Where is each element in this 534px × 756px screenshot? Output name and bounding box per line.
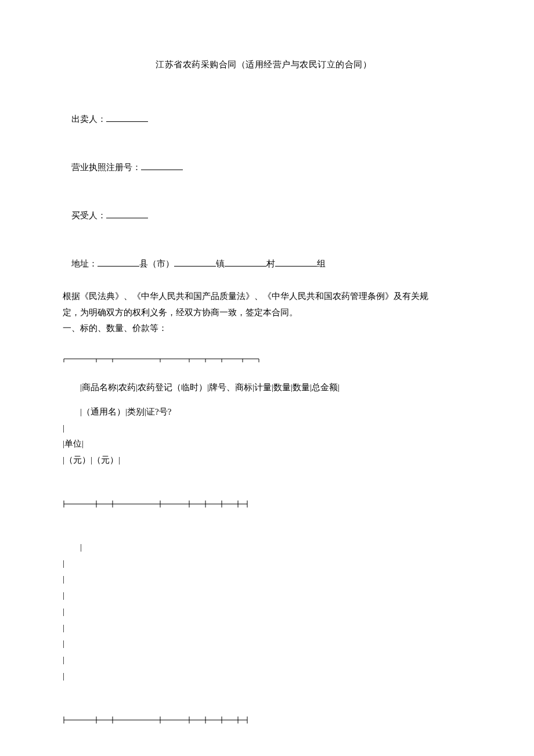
table-top-rule	[63, 337, 464, 380]
addr-blank-4	[275, 258, 317, 267]
seller-label: 出卖人：	[71, 114, 106, 124]
addr-blank-2	[174, 258, 216, 267]
village-suffix: 村	[266, 259, 275, 268]
group-suffix: 组	[317, 259, 326, 268]
license-blank	[141, 162, 183, 170]
license-label: 营业执照注册号：	[71, 163, 141, 172]
table-rule-1	[63, 483, 464, 525]
table-row: |	[63, 571, 464, 588]
addr-blank-3	[225, 258, 266, 267]
table-header-row-2b: |	[63, 420, 464, 437]
legal-line-1: 根据《民法典》、《中华人民共和国产品质量法》、《中华人民共和国农药管理条例》及有…	[63, 289, 464, 305]
buyer-line: 买受人：	[63, 192, 464, 240]
document-title: 江苏省农药采购合同（适用经营户与农民订立的合同）	[63, 57, 464, 73]
seller-line: 出卖人：	[63, 95, 464, 143]
town-suffix: 镇	[216, 259, 225, 268]
section-1-heading: 一、标的、数量、价款等：	[63, 321, 464, 337]
table-header-row-2d: |（元）|（元）|	[63, 452, 464, 469]
table-header-row-2c: |单位|	[63, 436, 464, 452]
buyer-blank	[106, 210, 148, 218]
address-label: 地址：	[71, 259, 98, 268]
table-row: |	[63, 652, 464, 668]
table-rule-2	[63, 699, 464, 741]
legal-line-2: 定，为明确双方的权利义务，经双方协商一致，签定本合同。	[63, 305, 464, 321]
table-row: |	[63, 588, 464, 604]
table-header-row-2a: |（通用名）|类别|证?号?	[63, 404, 464, 420]
table-row: |	[63, 556, 464, 572]
license-line: 营业执照注册号：	[63, 143, 464, 192]
table-row: |	[63, 668, 464, 685]
address-line: 地址：县（市）镇村组	[63, 240, 464, 289]
table-row: |	[63, 636, 464, 652]
seller-blank	[106, 113, 148, 121]
table-row: |	[63, 539, 464, 556]
table-header-row-1: |商品名称|农药|农药登记（临时）|牌号、商标|计量|数量|数量|总金额|	[63, 380, 464, 396]
table-row: |	[63, 604, 464, 620]
addr-blank-1	[98, 258, 139, 267]
table-row: |	[63, 620, 464, 636]
county-suffix: 县（市）	[139, 259, 174, 268]
buyer-label: 买受人：	[71, 211, 106, 220]
